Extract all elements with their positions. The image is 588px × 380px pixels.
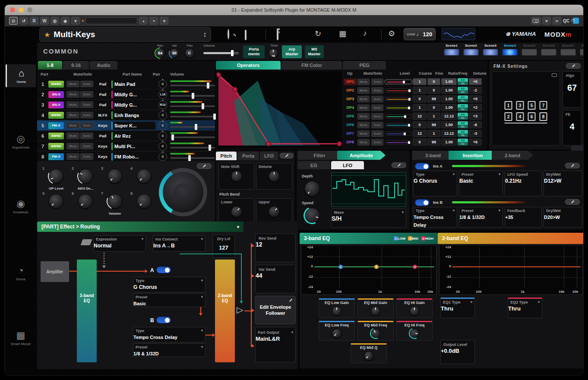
op-ratio-value[interactable]: 12.12 xyxy=(441,113,457,120)
edit-knobs-button[interactable] xyxy=(197,163,212,169)
part-row[interactable]: 1 AWM2 Mute Solo Pad Main Pad C xyxy=(37,79,215,89)
op-detune-value[interactable]: +2 xyxy=(469,104,482,111)
var-send-knob[interactable]: 50 xyxy=(170,48,179,58)
pin-button[interactable]: ➢ xyxy=(553,17,561,25)
tab-parts-9-16[interactable]: 9-16 xyxy=(63,61,89,70)
part-volume-thumb[interactable] xyxy=(213,114,216,120)
mute-button[interactable]: Mute xyxy=(66,122,79,129)
assign-knob[interactable] xyxy=(107,194,122,209)
op-level-thumb[interactable] xyxy=(408,107,410,109)
operator-row[interactable]: OP6 Mute Solo 0 99 1.00 0.0 Hz xyxy=(344,120,482,129)
part-name-cell[interactable]: Mildly G... xyxy=(111,91,155,98)
assign-knob[interactable] xyxy=(78,194,93,209)
part-volume-cell[interactable] xyxy=(170,90,215,99)
sync-button[interactable]: ↻ xyxy=(315,29,321,38)
operator-row[interactable]: OP5 Mute Solo 12 1 12.12 0.0 Hz xyxy=(344,112,482,120)
mute-button[interactable]: Mute xyxy=(66,112,79,118)
part-volume-thumb[interactable] xyxy=(209,145,211,151)
assign-knob[interactable] xyxy=(137,169,152,184)
eq2-bar[interactable]: 2-band EQ xyxy=(215,260,235,362)
part-volume-cell[interactable] xyxy=(170,121,215,130)
operator-row[interactable]: OP8 Mute Solo 0 99 1.00 0.0 Hz xyxy=(344,138,482,146)
lfo-depth-knob[interactable] xyxy=(304,181,320,196)
ins-a-field[interactable]: Dry/Wet▾ D12>W xyxy=(544,171,582,196)
retrospective-button[interactable]: ↺ xyxy=(19,17,28,25)
portamento-button[interactable]: Porta mento xyxy=(243,45,265,58)
assign-knob-group[interactable]: 2 AEG De... xyxy=(72,167,99,191)
rev-send-knob[interactable]: 64 xyxy=(155,48,165,58)
detune-control[interactable]: Detune xyxy=(256,163,292,190)
tab-operators[interactable]: Operators xyxy=(216,61,281,70)
ins-b-field[interactable]: Preset▾ 1/8 & 1/32D xyxy=(459,207,503,228)
op-mute-button[interactable]: Mute xyxy=(357,96,370,102)
routing-b-toggle[interactable] xyxy=(156,317,171,323)
op-fine-value[interactable]: 99 xyxy=(427,121,440,128)
part-volume-cell[interactable] xyxy=(170,111,215,120)
part-pan-knob[interactable]: C xyxy=(158,152,167,161)
routing-b-type[interactable]: Type▾ Tempo Cross Delay xyxy=(133,327,205,342)
sidebar-item-home[interactable]: ⌂ Home xyxy=(6,64,36,87)
part-pan-knob[interactable]: C xyxy=(158,132,167,140)
preset-menu-button[interactable]: ▾ xyxy=(160,17,168,25)
snapshot-menu-button[interactable]: ▾ xyxy=(542,17,551,25)
waveform-thumbnail[interactable] xyxy=(442,28,475,40)
settings-button[interactable]: ⚙ xyxy=(388,29,395,38)
eq-freq-knob-group[interactable]: EQ Hi Freq xyxy=(396,321,433,341)
performance-stepper[interactable]: ▲ ▼ xyxy=(203,32,206,38)
prev-preset-button[interactable]: ▲ xyxy=(139,17,148,25)
assign-knob[interactable] xyxy=(49,194,63,209)
ins-b-field[interactable]: Type▾ Tempo Cross Delay xyxy=(413,207,457,228)
op-solo-button[interactable]: Solo xyxy=(371,79,383,85)
mute-button[interactable]: Mute xyxy=(66,143,79,149)
wave-selector[interactable]: Wave▾ S/H xyxy=(331,209,406,228)
scene-button[interactable] xyxy=(483,49,498,56)
scene-button-group[interactable]: Scene7 xyxy=(560,44,577,56)
routing-a-toggle[interactable] xyxy=(156,266,171,273)
part-name-cell[interactable]: Multi Pi... xyxy=(111,142,155,150)
assign-knob-group[interactable]: 6 xyxy=(72,192,99,209)
preset-name-input[interactable] xyxy=(85,17,137,24)
part-volume-cell[interactable] xyxy=(170,152,215,161)
eq-knob[interactable] xyxy=(371,306,380,316)
scene-button-group[interactable]: Scene2 xyxy=(462,44,480,56)
solo-button[interactable]: Solo xyxy=(80,143,93,149)
routing-header[interactable]: [PART] Effect > Routing ▾ xyxy=(37,222,243,232)
op-mute-button[interactable]: Mute xyxy=(357,122,370,128)
pan-knob[interactable]: C xyxy=(185,48,194,58)
op-fine-value[interactable]: 0 xyxy=(427,78,440,85)
op-fine-value[interactable]: 1 xyxy=(427,130,440,137)
note-shift-knob[interactable] xyxy=(231,171,242,182)
operator-label[interactable]: OP8 xyxy=(344,139,357,146)
assign-knob-group[interactable]: 7 Volume xyxy=(101,192,129,216)
op-mute-button[interactable]: Mute xyxy=(357,87,370,94)
op-level-slider[interactable] xyxy=(385,140,412,144)
op-mute-button[interactable]: Mute xyxy=(357,113,370,120)
part-volume-track[interactable] xyxy=(170,105,215,107)
ins-b-edit-button[interactable] xyxy=(565,199,580,205)
sidebar-item-smart-morph[interactable]: ▦ Smart Morph xyxy=(6,330,36,346)
part-volume-cell[interactable] xyxy=(170,142,215,151)
super-knob[interactable] xyxy=(159,168,207,216)
expression-selector[interactable]: Expression▾ Normal xyxy=(93,235,146,252)
eq-band-handle[interactable]: 3 xyxy=(413,265,417,269)
mute-button[interactable]: Mute xyxy=(66,91,79,98)
op-fine-value[interactable]: 99 xyxy=(427,139,440,146)
eq-gain-knob-group[interactable]: EQ Low Gain xyxy=(319,298,355,318)
scene-button-group[interactable]: Scene5 xyxy=(521,44,538,56)
tab-amplitude[interactable]: Amplitude xyxy=(337,151,386,160)
op-ratio-value[interactable]: 1.00 xyxy=(441,78,457,85)
part-pan-knob[interactable]: R14 xyxy=(158,101,167,109)
stepper-down-icon[interactable]: ▼ xyxy=(203,35,206,38)
rev-send-control[interactable]: Rev Send 12 xyxy=(255,234,296,262)
part-row[interactable]: 5 FM-X Mute Solo Keys Super K... C xyxy=(37,120,215,131)
assign-knob-group[interactable]: 1 OP Level xyxy=(42,167,70,191)
sidebar-item-scene[interactable]: ◔ Scene xyxy=(6,265,36,281)
ms-master-button[interactable]: MS Master xyxy=(305,45,324,58)
bypass-button[interactable]: ⊙ xyxy=(9,17,18,25)
part-name-cell[interactable]: Mildly G... xyxy=(111,101,155,109)
ins-a-field[interactable]: Preset▾ Basic xyxy=(459,171,503,196)
feedback-selector[interactable]: Fb 4 xyxy=(563,110,582,146)
operator-row[interactable]: OP4 Mute Solo 1 0 1.00 0.0 Hz xyxy=(344,103,482,112)
part-volume-thumb[interactable] xyxy=(188,155,191,161)
note-shift-control[interactable]: Note Shift xyxy=(218,163,254,190)
